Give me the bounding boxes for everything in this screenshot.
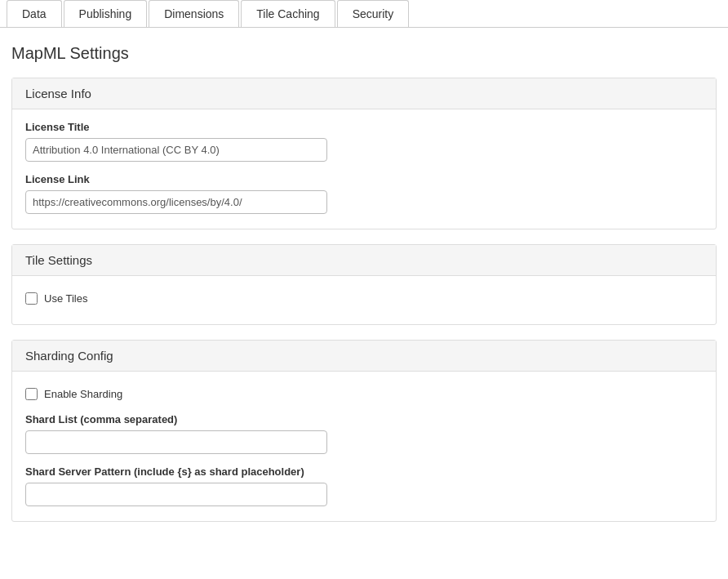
tile-settings-header: Tile Settings [12,245,716,276]
license-link-input[interactable] [25,190,327,214]
tabs-bar: Data Publishing Dimensions Tile Caching … [0,0,728,28]
shard-list-label: Shard List (comma separated) [25,413,703,425]
sharding-config-section: Sharding Config Enable Sharding Shard Li… [11,340,717,522]
license-info-header: License Info [12,78,716,109]
license-info-section: License Info License Title License Link [11,78,717,229]
license-link-label: License Link [25,173,703,185]
license-link-group: License Link [25,173,703,214]
shard-list-input[interactable] [25,430,327,454]
license-title-label: License Title [25,121,703,133]
shard-pattern-group: Shard Server Pattern (include {s} as sha… [25,465,703,506]
tab-publishing[interactable]: Publishing [64,0,148,27]
shard-list-group: Shard List (comma separated) [25,413,703,454]
enable-sharding-checkbox[interactable] [25,388,38,400]
tile-settings-section: Tile Settings Use Tiles [11,244,717,325]
tile-settings-body: Use Tiles [12,276,716,324]
tab-dimensions[interactable]: Dimensions [149,0,239,27]
page-title: MapML Settings [11,44,717,63]
enable-sharding-label: Enable Sharding [44,388,122,400]
sharding-config-body: Enable Sharding Shard List (comma separa… [12,372,716,521]
license-title-group: License Title [25,121,703,162]
shard-pattern-input[interactable] [25,483,327,506]
use-tiles-row: Use Tiles [25,287,703,310]
use-tiles-label: Use Tiles [44,292,87,305]
tab-security[interactable]: Security [337,0,410,27]
tab-data[interactable]: Data [7,0,62,27]
tab-tile-caching[interactable]: Tile Caching [241,0,335,27]
use-tiles-checkbox[interactable] [25,292,38,305]
main-content: MapML Settings License Info License Titl… [0,28,728,553]
license-title-input[interactable] [25,138,327,162]
shard-pattern-label: Shard Server Pattern (include {s} as sha… [25,465,703,478]
license-info-body: License Title License Link [12,109,716,229]
enable-sharding-row: Enable Sharding [25,383,703,405]
sharding-config-header: Sharding Config [12,341,716,372]
